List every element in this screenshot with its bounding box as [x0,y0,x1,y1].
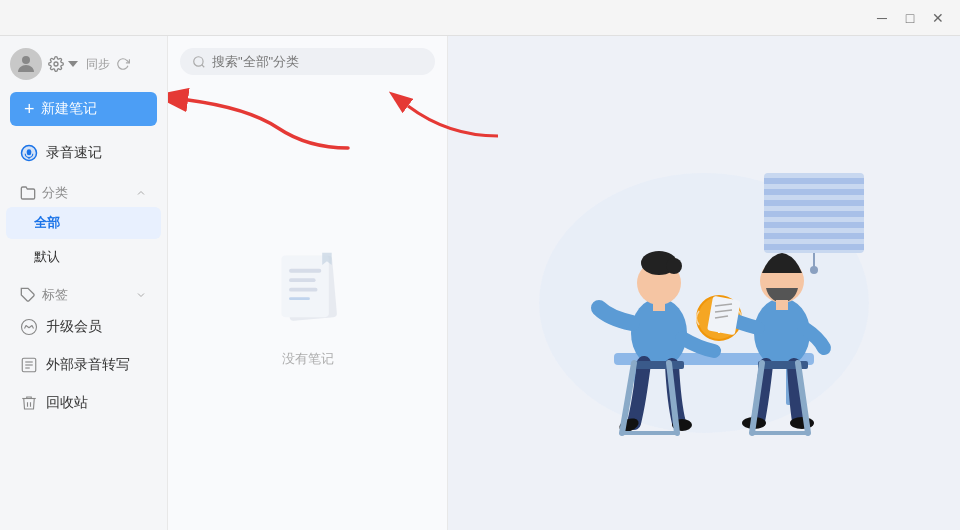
empty-notes-state: 没有笔记 [168,85,447,530]
svg-point-6 [22,320,37,335]
header-icons [48,56,78,72]
sidebar-item-default[interactable]: 默认 [6,241,161,273]
empty-document-icon [268,248,348,338]
empty-notes-text: 没有笔记 [282,350,334,368]
svg-rect-18 [289,297,310,300]
refresh-icon[interactable] [116,57,130,71]
meeting-illustration [514,123,894,443]
svg-line-12 [202,64,205,67]
external-transcribe-icon [20,356,38,374]
sidebar-section-category: 分类 [6,176,161,206]
sidebar: 同步 + 新建笔记 录音速记 [0,36,168,530]
new-note-button[interactable]: + 新建笔记 [10,92,157,126]
sidebar-header: 同步 [0,36,167,88]
svg-rect-23 [764,189,864,195]
svg-rect-26 [764,222,864,228]
svg-rect-24 [764,200,864,206]
svg-rect-25 [764,211,864,217]
plus-icon: + [24,100,35,118]
search-bar [168,36,447,85]
folder-icon [20,185,36,201]
tag-icon [20,287,36,303]
default-label: 默认 [34,248,60,266]
svg-point-11 [194,56,203,65]
middle-panel: 没有笔记 [168,36,448,530]
search-input[interactable] [212,54,423,69]
settings-icon[interactable] [48,56,64,72]
svg-rect-48 [776,300,788,310]
sidebar-item-upgrade[interactable]: 升级会员 [6,309,161,345]
sync-label: 同步 [86,56,110,73]
tag-label: 标签 [42,286,68,304]
crown-icon [20,318,38,336]
sidebar-item-voice-note[interactable]: 录音速记 [6,135,161,171]
minimize-button[interactable]: ─ [868,4,896,32]
category-label: 分类 [42,184,68,202]
sidebar-item-all[interactable]: 全部 [6,207,161,239]
maximize-button[interactable]: □ [896,4,924,32]
svg-point-30 [810,266,818,274]
svg-rect-38 [653,301,665,311]
svg-rect-15 [289,268,321,272]
svg-point-37 [666,258,682,274]
svg-rect-41 [634,361,684,369]
voice-note-label: 录音速记 [46,144,102,162]
svg-point-54 [790,417,814,429]
main-layout: 同步 + 新建笔记 录音速记 [0,36,960,530]
new-note-label: 新建笔记 [41,100,97,118]
svg-rect-28 [764,244,864,250]
svg-rect-22 [764,178,864,184]
upgrade-label: 升级会员 [46,318,102,336]
recycle-label: 回收站 [46,394,88,412]
search-input-wrap[interactable] [180,48,435,75]
svg-point-1 [54,62,58,66]
svg-rect-16 [289,278,316,282]
search-icon [192,55,206,69]
chevron-down-tags-icon[interactable] [135,289,147,301]
sidebar-item-recycle[interactable]: 回收站 [6,385,161,421]
chevron-up-icon[interactable] [135,187,147,199]
voice-icon [20,144,38,162]
svg-rect-14 [281,255,328,317]
avatar[interactable] [10,48,42,80]
all-label: 全部 [34,214,60,232]
svg-point-0 [22,56,30,64]
right-panel [448,36,960,530]
title-bar: ─ □ ✕ [0,0,960,36]
trash-icon [20,394,38,412]
svg-rect-27 [764,233,864,239]
dropdown-arrow-icon[interactable] [68,59,78,69]
sidebar-section-tags: 标签 [6,278,161,308]
close-button[interactable]: ✕ [924,4,952,32]
external-transcribe-label: 外部录音转写 [46,356,130,374]
svg-rect-17 [289,287,317,291]
sidebar-item-external-transcribe[interactable]: 外部录音转写 [6,347,161,383]
svg-rect-49 [707,296,741,335]
